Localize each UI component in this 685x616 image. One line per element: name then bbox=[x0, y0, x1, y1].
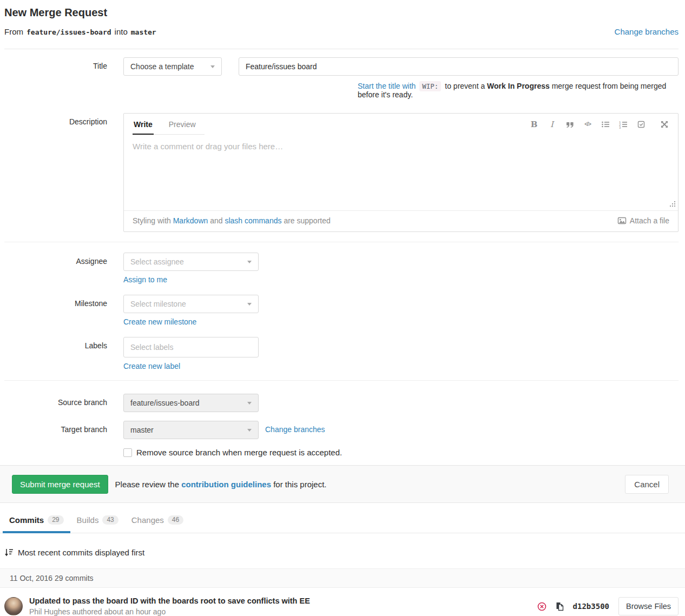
source-branch-name: feature/issues-board bbox=[27, 28, 111, 36]
task-list-icon[interactable] bbox=[636, 120, 646, 129]
commits-count-badge: 29 bbox=[48, 515, 63, 525]
target-branch-name: master bbox=[131, 28, 156, 36]
labels-row: Labels Select labels Create new label bbox=[4, 337, 679, 370]
assignee-row: Assignee Select assignee Assign to me bbox=[4, 253, 679, 295]
fullscreen-icon[interactable] bbox=[660, 120, 669, 129]
commits-group-header: 11 Oct, 2016 29 commits bbox=[0, 568, 685, 588]
tab-commits[interactable]: Commits 29 bbox=[3, 507, 70, 533]
chevron-down-icon bbox=[247, 303, 252, 306]
remove-source-branch-label[interactable]: Remove source branch when merge request … bbox=[136, 448, 342, 457]
tab-write[interactable]: Write bbox=[133, 114, 154, 135]
builds-count-badge: 43 bbox=[102, 515, 118, 525]
commit-row: Updated to pass the board ID with the bo… bbox=[0, 588, 685, 616]
code-icon[interactable]: </> bbox=[583, 120, 592, 129]
bullet-list-icon[interactable] bbox=[601, 120, 610, 129]
remove-source-branch-row: Remove source branch when merge request … bbox=[4, 448, 679, 457]
resize-handle[interactable] bbox=[669, 200, 676, 209]
editor-footer: Styling with Markdown and slash commands… bbox=[124, 211, 678, 231]
quote-icon[interactable] bbox=[565, 120, 575, 129]
changes-count-badge: 46 bbox=[168, 515, 183, 525]
bold-icon[interactable]: B bbox=[529, 120, 539, 129]
template-select[interactable]: Choose a template bbox=[123, 57, 222, 76]
numbered-list-icon[interactable]: 123 bbox=[618, 120, 628, 129]
labels-label: Labels bbox=[4, 337, 107, 350]
sort-note: Most recent commits displayed first bbox=[4, 548, 685, 557]
cancel-button[interactable]: Cancel bbox=[625, 475, 669, 494]
title-label: Title bbox=[4, 57, 107, 70]
milestone-select[interactable]: Select milestone bbox=[123, 295, 259, 313]
from-label: From bbox=[4, 27, 23, 36]
template-select-value: Choose a template bbox=[130, 62, 194, 71]
create-label-link[interactable]: Create new label bbox=[123, 362, 180, 370]
branch-summary: From feature/issues-board into master Ch… bbox=[4, 27, 679, 36]
italic-icon[interactable]: I bbox=[547, 120, 557, 129]
target-branch-row: Target branch master Change branches bbox=[4, 421, 679, 439]
wip-hint: Start the title with WIP: to prevent a W… bbox=[358, 82, 679, 99]
milestone-row: Milestone Select milestone Create new mi… bbox=[4, 295, 679, 337]
target-branch-label: Target branch bbox=[4, 421, 107, 434]
tab-preview[interactable]: Preview bbox=[168, 114, 197, 135]
target-branch-select[interactable]: master bbox=[123, 421, 259, 439]
description-row: Description Write Preview B I bbox=[4, 113, 679, 232]
markdown-editor: Write Preview B I </> bbox=[123, 113, 679, 232]
svg-text:3: 3 bbox=[619, 126, 621, 129]
chevron-down-icon bbox=[247, 402, 252, 405]
source-branch-row: Source branch feature/issues-board bbox=[4, 394, 679, 412]
remove-source-branch-checkbox[interactable] bbox=[123, 448, 132, 457]
tab-builds[interactable]: Builds 43 bbox=[70, 507, 125, 533]
change-branches-link[interactable]: Change branches bbox=[265, 421, 325, 439]
submit-merge-request-button[interactable]: Submit merge request bbox=[12, 475, 108, 494]
into-label: into bbox=[115, 27, 128, 36]
change-branches-link-top[interactable]: Change branches bbox=[615, 27, 679, 36]
status-failed-icon[interactable] bbox=[537, 602, 546, 611]
wip-code-chip: WIP: bbox=[419, 81, 441, 91]
chevron-down-icon bbox=[210, 65, 215, 68]
labels-select[interactable]: Select labels bbox=[123, 337, 259, 357]
milestone-label: Milestone bbox=[4, 295, 107, 308]
commit-title[interactable]: Updated to pass the board ID with the bo… bbox=[29, 595, 310, 606]
chevron-down-icon bbox=[247, 429, 252, 432]
attach-file-button[interactable]: Attach a file bbox=[617, 216, 669, 225]
commit-sha[interactable]: d12b3500 bbox=[573, 602, 609, 611]
commit-author-line: Phil Hughes authored about an hour ago bbox=[29, 606, 310, 616]
copy-sha-icon[interactable] bbox=[556, 602, 564, 611]
attach-image-icon bbox=[617, 216, 627, 225]
title-row: Title Choose a template Start the title … bbox=[4, 57, 679, 99]
create-milestone-link[interactable]: Create new milestone bbox=[123, 317, 196, 326]
avatar[interactable] bbox=[4, 597, 23, 615]
assignee-select[interactable]: Select assignee bbox=[123, 253, 259, 271]
page-title: New Merge Request bbox=[4, 6, 679, 18]
assignee-label: Assignee bbox=[4, 253, 107, 266]
mr-tabs: Commits 29 Builds 43 Changes 46 bbox=[0, 507, 685, 533]
chevron-down-icon bbox=[247, 261, 252, 263]
description-label: Description bbox=[4, 113, 107, 126]
source-branch-select[interactable]: feature/issues-board bbox=[123, 394, 259, 412]
tab-changes[interactable]: Changes 46 bbox=[125, 507, 190, 533]
browse-files-button[interactable]: Browse Files bbox=[618, 597, 679, 615]
markdown-link[interactable]: Markdown bbox=[173, 216, 208, 225]
markdown-toolbar: B I </> 123 bbox=[529, 120, 669, 129]
title-input[interactable] bbox=[239, 57, 679, 76]
review-note: Please review the contribution guideline… bbox=[115, 480, 327, 489]
assign-to-me-link[interactable]: Assign to me bbox=[123, 275, 167, 284]
sort-descending-icon bbox=[4, 548, 14, 557]
wip-hint-link[interactable]: Start the title with bbox=[358, 82, 416, 90]
description-textarea[interactable] bbox=[124, 135, 678, 210]
form-actions: Submit merge request Please review the c… bbox=[0, 465, 685, 503]
contribution-guidelines-link[interactable]: contribution guidelines bbox=[181, 480, 271, 489]
slash-commands-link[interactable]: slash commands bbox=[225, 216, 281, 225]
source-branch-label: Source branch bbox=[4, 394, 107, 407]
